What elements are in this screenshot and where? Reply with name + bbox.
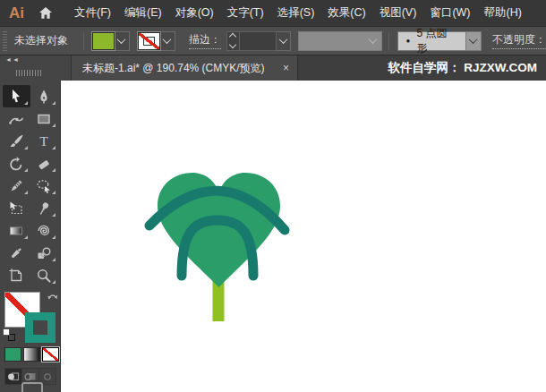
gradient-button[interactable] <box>23 347 40 362</box>
fill-stroke-indicator <box>3 290 58 344</box>
menu-effect[interactable]: 效果(C) <box>328 5 365 21</box>
stroke-width-dropdown[interactable] <box>277 31 292 51</box>
rotate-tool[interactable] <box>3 152 30 175</box>
step-up-icon <box>229 33 236 40</box>
stroke-swatch[interactable] <box>25 312 55 343</box>
tools-panel: T <box>0 81 61 392</box>
step-down-icon <box>229 41 236 48</box>
paintbrush-tool[interactable] <box>3 130 30 152</box>
chevron-down-icon <box>163 35 172 44</box>
stroke-panel-link[interactable]: 描边： <box>189 32 221 49</box>
swap-fill-stroke-icon[interactable] <box>47 290 58 306</box>
rectangle-tool[interactable] <box>30 107 58 130</box>
illustrator-window: Ai 文件(F) 编辑(E) 对象(O) 文字(T) 选择(S) 效果(C) 视… <box>0 0 546 392</box>
document-tab-bar: ◄◄ 未标题-1.ai* @ 190.74% (CMYK/预览) × 软件自学网… <box>0 55 546 81</box>
zoom-tool[interactable] <box>30 264 58 286</box>
tools-panel-header: ◄◄ <box>0 55 72 81</box>
svg-text:T: T <box>39 133 48 149</box>
brush-name: 5 点圆形 <box>416 26 456 56</box>
lasso-tool[interactable] <box>30 175 58 197</box>
menu-bar: Ai 文件(F) 编辑(E) 对象(O) 文字(T) 选择(S) 效果(C) 视… <box>0 0 546 27</box>
brush-dropdown-button[interactable] <box>465 32 481 50</box>
panel-grip[interactable] <box>16 70 43 76</box>
curvature-tool[interactable] <box>3 107 30 130</box>
menu-type[interactable]: 文字(T) <box>227 5 264 21</box>
chevron-down-icon <box>117 35 126 44</box>
document-tab[interactable]: 未标题-1.ai* @ 190.74% (CMYK/预览) × <box>72 55 298 81</box>
color-type-buttons <box>4 347 60 362</box>
chevron-down-icon <box>368 35 377 44</box>
puppet-warp-tool[interactable] <box>30 197 58 219</box>
fill-color-swatch[interactable] <box>92 32 115 50</box>
document-title: 未标题-1.ai* @ 190.74% (CMYK/预览) <box>82 61 265 76</box>
app-logo: Ai <box>9 4 24 22</box>
selection-tool[interactable] <box>3 85 30 107</box>
eraser-tool[interactable] <box>30 152 58 175</box>
gradient-tool[interactable] <box>3 219 30 242</box>
width-profile-dropdown <box>298 31 382 51</box>
selection-status: 未选择对象 <box>14 33 77 48</box>
default-fill-stroke-icon[interactable] <box>3 328 16 342</box>
menu-window[interactable]: 窗口(W) <box>430 5 470 21</box>
heart-leaf-artwork[interactable] <box>143 170 295 324</box>
panel-grip[interactable] <box>3 31 7 51</box>
home-icon[interactable] <box>38 6 53 20</box>
close-icon[interactable]: × <box>283 62 289 74</box>
edit-toolbar-button[interactable] <box>21 382 43 392</box>
type-tool[interactable]: T <box>30 130 58 152</box>
eyedropper-tool[interactable] <box>3 242 30 264</box>
artboard-tool[interactable] <box>3 264 30 286</box>
brush-preview-icon: ● <box>406 38 411 45</box>
watermark-text: 软件自学网： RJZXW.COM <box>298 55 546 81</box>
draw-normal-button[interactable] <box>5 369 21 384</box>
collapse-panel-icon[interactable]: ◄◄ <box>5 56 20 63</box>
pencil-tool[interactable] <box>3 175 30 197</box>
control-bar: 未选择对象 描边： ● 5 点圆形 不透明度： <box>0 27 546 55</box>
menu-select[interactable]: 选择(S) <box>277 5 315 21</box>
stroke-color-swatch[interactable] <box>138 32 160 50</box>
menu-view[interactable]: 视图(V) <box>380 5 417 21</box>
menu-help[interactable]: 帮助(H) <box>484 5 522 21</box>
menu-edit[interactable]: 编辑(E) <box>124 5 162 21</box>
fill-color-dropdown[interactable] <box>115 31 130 51</box>
menu-object[interactable]: 对象(O) <box>175 5 214 21</box>
twirl-tool[interactable] <box>30 219 58 242</box>
none-button[interactable] <box>42 347 59 362</box>
color-button[interactable] <box>4 347 21 362</box>
chevron-down-icon <box>469 35 478 44</box>
free-transform-tool[interactable] <box>3 197 30 219</box>
chevron-down-icon <box>278 35 287 44</box>
menu-file[interactable]: 文件(F) <box>74 5 111 21</box>
divider <box>388 32 389 50</box>
menu-items: 文件(F) 编辑(E) 对象(O) 文字(T) 选择(S) 效果(C) 视图(V… <box>74 5 522 21</box>
stroke-width-stepper[interactable] <box>226 31 240 51</box>
pen-tool[interactable] <box>30 85 58 107</box>
stroke-width-input[interactable] <box>240 31 277 51</box>
divider <box>83 32 84 50</box>
blend-tool[interactable] <box>30 242 58 264</box>
stroke-color-dropdown[interactable] <box>160 31 175 51</box>
opacity-panel-link[interactable]: 不透明度： <box>492 32 546 49</box>
artboard-canvas[interactable] <box>61 81 546 392</box>
brush-definition-dropdown[interactable]: ● 5 点圆形 <box>397 31 482 51</box>
